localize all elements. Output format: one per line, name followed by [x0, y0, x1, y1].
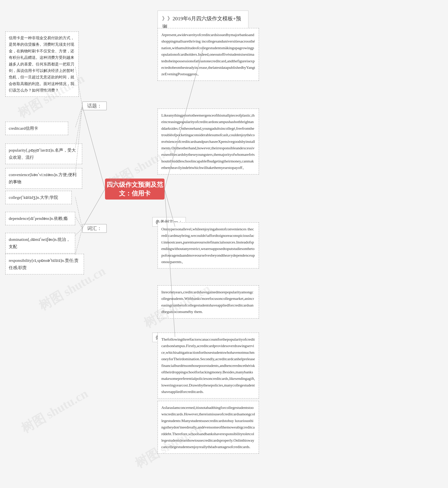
- svg-line-10: [75, 228, 82, 255]
- svg-line-4: [75, 106, 82, 128]
- topic-label: 话题：: [82, 102, 107, 110]
- left-box-popularity: popularity[ˌpɒpjʊˈlærɪtɪ]n.名声，受大众欢迎、流行: [5, 144, 82, 164]
- domination-text: domination[ˌdɒmɪˈneɪʃən]n.统治，支配: [9, 237, 70, 249]
- right-box-intro: Atpresent,awidevareityofcreditcardsissue…: [158, 28, 259, 81]
- left-box-domination: domination[ˌdɒmɪˈneɪʃən]n.统治，支配: [5, 233, 75, 253]
- intro-para-text: Atpresent,awidevareityofcreditcardsissue…: [161, 32, 255, 76]
- creditcard-text: creditcard信用卡: [9, 126, 38, 131]
- svg-line-8: [75, 216, 82, 228]
- popularity-text: popularity[ˌpɒpjʊˈlærɪtɪ]n.名声，受大众欢迎、流行: [9, 148, 76, 160]
- ref1-para1-text: Onmypersonallevel,whileenjoyingahostofco…: [161, 227, 255, 264]
- left-box-intro-text: 信用卡是一种非现金交易付款的方式，是简单的信贷服务。消费时无须支付现金，在购物时…: [9, 36, 74, 92]
- right-box-ref1-para1: Onmypersonallevel,whileenjoyingahostofco…: [158, 222, 259, 269]
- topic-label-text: 话题：: [87, 103, 102, 109]
- left-box-dependence: dependence[dɪˈpendəns]n.依赖;瘾: [5, 212, 75, 225]
- dependence-text: dependence[dɪˈpendəns]n.依赖;瘾: [9, 216, 68, 221]
- left-box-college: college[ˈkɒlɪdʒ]n.大学;学院: [5, 191, 72, 204]
- svg-line-9: [75, 228, 82, 235]
- center-node-label: 四六级作文预测及范文：信用卡: [105, 180, 165, 198]
- right-box-ref2-conclusion: Asfaraslamconcerned,itisnotabadthingforc…: [158, 401, 259, 454]
- main-container: 》》2019年6月四六级作文模板+预测 四六级作文预测及范文：信用卡 话题： 词…: [0, 0, 448, 488]
- right-box-ref2-intro: Inrecéntyears,creditcardshavegainedmorep…: [158, 285, 259, 319]
- convenience-text: convenience[kənˈviːnɪəns]n.方便;便利的事物: [9, 172, 76, 184]
- right-box-para2: Likeanythingpriortotheemergenceofthismal…: [158, 109, 259, 175]
- ref2-intro-text: Inrecéntyears,creditcardshavegainedmorep…: [161, 290, 254, 314]
- top-header-text: 》》2019年6月四六级作文模板+预测: [162, 16, 241, 30]
- left-box-convenience: convenience[kənˈviːnɪəns]n.方便;便利的事物: [5, 168, 82, 189]
- left-box-intro: 信用卡是一种非现金交易付款的方式，是简单的信贷服务。消费时无须支付现金，在购物时…: [5, 32, 79, 97]
- svg-line-5: [75, 106, 82, 148]
- svg-line-0: [82, 106, 105, 189]
- vocab-label-text: 词汇：: [87, 225, 102, 232]
- watermark-5: 树图 shutu.cn: [18, 385, 91, 437]
- svg-line-1: [82, 189, 105, 228]
- left-box-creditcard: creditcard信用卡: [5, 122, 68, 135]
- ref2-conclusion-text: Asfaraslamconcerned,itisnotabadthingforc…: [161, 405, 255, 449]
- right-box-ref2-body: Thefollowingthreéfactorscanaccountforthe…: [158, 333, 259, 399]
- center-node: 四六级作文预测及范文：信用卡: [105, 178, 165, 200]
- svg-line-7: [75, 197, 82, 228]
- college-text: college[ˈkɒlɪdʒ]n.大学;学院: [9, 195, 58, 200]
- para2-text: Likeanythingpriortotheemergenceofthismal…: [161, 113, 255, 170]
- ref2-body-text: Thefollowingthreéfactorscanaccountforthe…: [161, 337, 255, 394]
- responsibility-text: responsibility[rɪˌspɒnsəˈbɪlɪtɪ]n.责任;责任感…: [9, 258, 79, 270]
- left-box-responsibility: responsibility[rɪˌspɒnsəˈbɪlɪtɪ]n.责任;责任感…: [5, 254, 84, 274]
- vocab-label: 词汇：: [82, 224, 107, 233]
